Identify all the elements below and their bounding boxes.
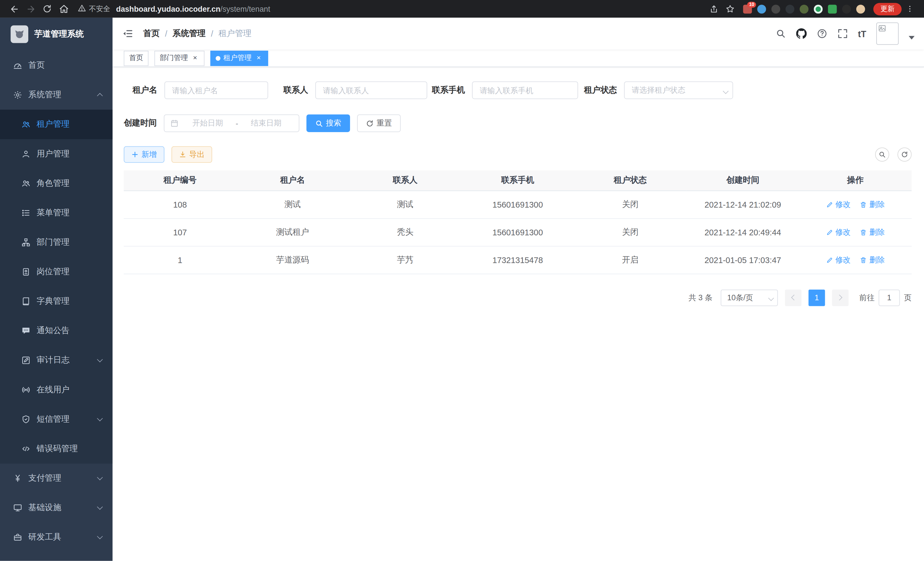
sidebar-item-post[interactable]: 岗位管理 <box>0 257 112 287</box>
sidebar-item-infra[interactable]: 基础设施 <box>0 493 112 522</box>
edit-link[interactable]: 修改 <box>826 254 851 265</box>
date-separator: - <box>235 119 239 128</box>
sidebar-item-devtools[interactable]: 研发工具 <box>0 522 112 552</box>
help-icon[interactable] <box>817 28 827 39</box>
security-indicator[interactable]: 不安全 <box>78 4 110 14</box>
extension-icon[interactable]: 10 <box>743 4 752 13</box>
header-search-icon[interactable] <box>776 28 786 39</box>
sidebar-item-dict[interactable]: 字典管理 <box>0 287 112 316</box>
font-size-icon[interactable]: tT <box>858 29 866 39</box>
next-page-button[interactable] <box>832 289 849 306</box>
edit-link[interactable]: 修改 <box>826 227 851 237</box>
refresh-table-button[interactable] <box>897 147 912 162</box>
reload-icon[interactable] <box>39 1 56 17</box>
sidebar-item-tenant[interactable]: 租户管理 <box>0 110 112 139</box>
extension-icon[interactable] <box>814 4 823 13</box>
dashboard-icon <box>13 61 22 70</box>
tab-label: 部门管理 <box>160 53 188 63</box>
date-range-picker[interactable]: 开始日期 - 结束日期 <box>164 114 299 132</box>
avatar[interactable] <box>876 22 898 45</box>
sidebar-item-notice[interactable]: 通知公告 <box>0 316 112 346</box>
address-bar[interactable]: dashboard.yudao.iocoder.cn/system/tenant <box>116 4 270 13</box>
extension-icon[interactable] <box>757 4 766 13</box>
sidebar-item-online[interactable]: 在线用户 <box>0 375 112 405</box>
delete-link[interactable]: 删除 <box>860 199 885 210</box>
monitor-icon <box>13 503 22 512</box>
delete-link[interactable]: 删除 <box>860 227 885 237</box>
extension-icon[interactable] <box>842 4 851 13</box>
filter-row-2: 创建时间 开始日期 - 结束日期 搜索 <box>124 114 912 132</box>
back-icon[interactable] <box>6 1 22 17</box>
sidebar-item-label: 字典管理 <box>37 296 70 307</box>
gear-icon <box>13 90 22 100</box>
plus-icon <box>131 151 139 158</box>
sidebar-item-pay[interactable]: 支付管理 <box>0 463 112 493</box>
cell-tenant-id: 108 <box>124 190 236 218</box>
sidebar-item-menu[interactable]: 菜单管理 <box>0 198 112 228</box>
share-icon[interactable] <box>705 1 722 17</box>
browser-menu-icon[interactable] <box>902 1 918 17</box>
edit-link[interactable]: 修改 <box>826 199 851 210</box>
github-icon[interactable] <box>796 28 807 39</box>
sidebar-toggle-icon[interactable] <box>122 28 134 39</box>
cell-phone: 17321315478 <box>461 246 574 274</box>
col-created: 创建时间 <box>687 170 799 190</box>
breadcrumb-home[interactable]: 首页 <box>143 28 160 39</box>
sidebar-item-label: 审计日志 <box>37 355 70 366</box>
forward-icon[interactable] <box>22 1 39 17</box>
reset-button[interactable]: 重置 <box>357 114 401 132</box>
cell-contact: 测试 <box>349 190 461 218</box>
export-button[interactable]: 导出 <box>171 146 212 163</box>
extension-icon[interactable] <box>771 4 780 13</box>
sidebar-item-label: 首页 <box>28 60 45 71</box>
edit-icon <box>826 229 833 236</box>
tab-close-icon[interactable]: × <box>255 54 263 62</box>
delete-link[interactable]: 删除 <box>860 254 885 265</box>
sidebar-item-sms[interactable]: 短信管理 <box>0 405 112 434</box>
browser-profile-avatar[interactable] <box>856 4 865 13</box>
tenant-name-input[interactable] <box>164 81 268 99</box>
avatar-caret-icon[interactable] <box>909 36 915 39</box>
status-select[interactable]: 请选择租户状态 <box>624 81 733 99</box>
extension-icon[interactable] <box>785 4 794 13</box>
search-icon <box>879 151 886 158</box>
tab-home[interactable]: 首页 <box>124 50 148 66</box>
sidebar-item-errorcode[interactable]: 错误码管理 <box>0 434 112 463</box>
page-size-select[interactable]: 10条/页 <box>721 289 778 306</box>
cell-actions: 修改 删除 <box>799 190 912 218</box>
sidebar-item-role[interactable]: 角色管理 <box>0 169 112 198</box>
create-time-label: 创建时间 <box>124 118 164 129</box>
sidebar-item-auditlog[interactable]: 审计日志 <box>0 346 112 375</box>
home-icon[interactable] <box>56 1 72 17</box>
jump-page-input[interactable] <box>879 289 900 306</box>
contact-input[interactable] <box>315 81 427 99</box>
phone-input[interactable] <box>472 81 578 99</box>
prev-page-button[interactable] <box>785 289 801 306</box>
navbar: 首页 / 系统管理 / 租户管理 <box>112 18 924 50</box>
app-logo[interactable]: 芋道管理系统 <box>0 18 112 51</box>
fullscreen-icon[interactable] <box>837 28 848 39</box>
search-button[interactable]: 搜索 <box>307 114 350 132</box>
add-button[interactable]: 新增 <box>124 146 164 163</box>
tab-close-icon[interactable]: × <box>191 54 199 62</box>
sidebar-item-system[interactable]: 系统管理 <box>0 80 112 110</box>
breadcrumb: 首页 / 系统管理 / 租户管理 <box>143 28 251 39</box>
extension-icon[interactable] <box>800 4 808 13</box>
page-number-button[interactable]: 1 <box>808 289 825 306</box>
tab-tenant[interactable]: 租户管理 × <box>210 50 268 66</box>
bookmark-star-icon[interactable] <box>722 1 739 17</box>
tab-dept[interactable]: 部门管理 × <box>154 50 204 66</box>
page: 不安全 dashboard.yudao.iocoder.cn/system/te… <box>0 0 924 561</box>
breadcrumb-system[interactable]: 系统管理 <box>172 28 206 39</box>
chevron-down-icon <box>724 86 728 95</box>
url-host: dashboard.yudao.iocoder.cn <box>116 4 220 13</box>
browser-update-button[interactable]: 更新 <box>873 3 902 15</box>
table-row: 1 芋道源码 芋艿 17321315478 开启 2021-01-05 17:0… <box>124 246 912 274</box>
sidebar-item-user[interactable]: 用户管理 <box>0 139 112 169</box>
sidebar-item-label: 部门管理 <box>37 237 70 248</box>
sidebar-item-dept[interactable]: 部门管理 <box>0 228 112 257</box>
toggle-search-button[interactable] <box>875 147 890 162</box>
sidebar-item-home[interactable]: 首页 <box>0 51 112 80</box>
extension-badge: 10 <box>747 2 756 8</box>
extension-icon[interactable] <box>828 4 837 13</box>
